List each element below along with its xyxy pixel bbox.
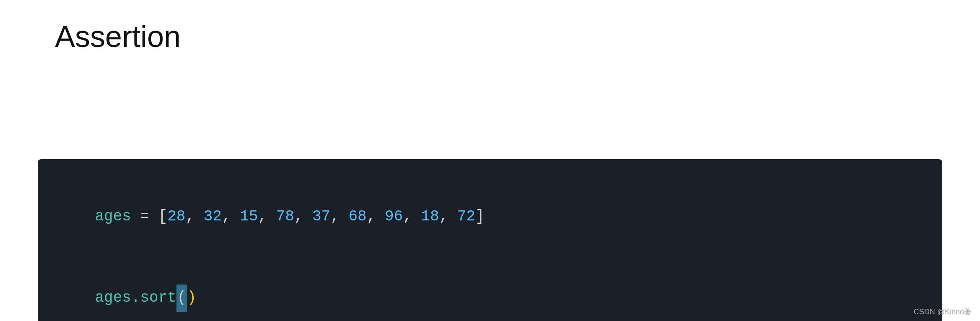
code-block: ages = [28, 32, 15, 78, 37, 68, 96, 18, … (38, 159, 942, 321)
code-num-28: 28 (167, 208, 185, 225)
code-num-32: 32 (204, 208, 222, 225)
code-num-18: 18 (421, 208, 439, 225)
code-num-72: 72 (457, 208, 475, 225)
code-num-96: 96 (385, 208, 403, 225)
code-line-2: ages.sort() (59, 257, 921, 321)
code-sort-method: ages.sort (95, 289, 176, 306)
code-sep-4: , (294, 208, 312, 225)
code-sep-5: , (330, 208, 348, 225)
code-sep-8: , (439, 208, 457, 225)
code-var-ages: ages (95, 208, 131, 225)
code-num-78: 78 (276, 208, 294, 225)
code-bracket-close: ] (475, 208, 485, 225)
code-line-1: ages = [28, 32, 15, 78, 37, 68, 96, 18, … (59, 176, 921, 257)
code-sep-6: , (367, 208, 385, 225)
watermark: CSDN @Kinno著 (914, 307, 972, 317)
code-cursor: ( (176, 285, 187, 312)
code-assign: = [ (131, 208, 167, 225)
code-num-15: 15 (240, 208, 258, 225)
code-sep-2: , (222, 208, 240, 225)
code-num-37: 37 (312, 208, 330, 225)
page-title: Assertion (0, 0, 980, 54)
code-paren-close: ) (187, 289, 196, 306)
code-sep-3: , (258, 208, 276, 225)
code-sep-1: , (185, 208, 203, 225)
code-sep-7: , (403, 208, 421, 225)
code-num-68: 68 (348, 208, 366, 225)
